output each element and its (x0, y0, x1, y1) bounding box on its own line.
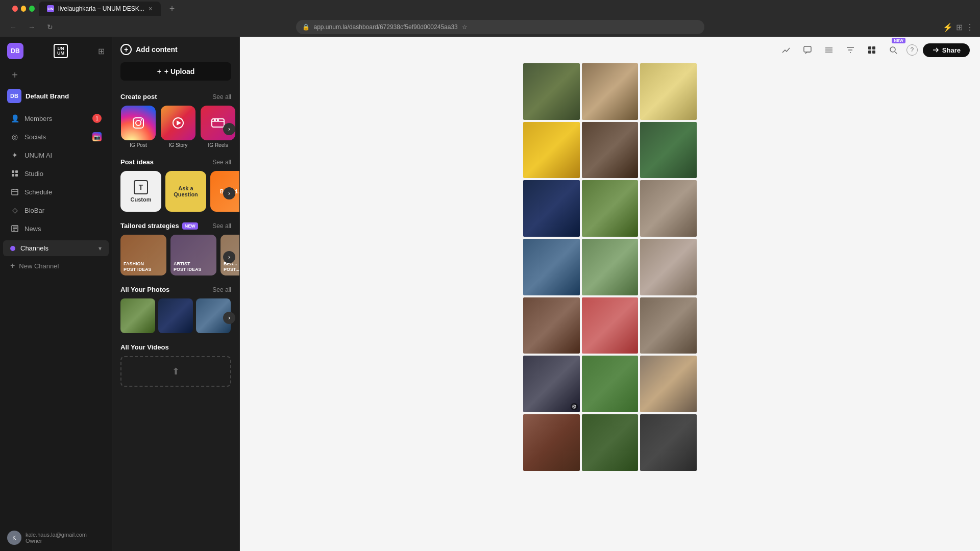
grid-item[interactable] (523, 239, 580, 295)
photo-thumb-2[interactable] (158, 298, 193, 333)
artist-strategy-card[interactable]: ARTIST POST IDEAS (170, 235, 216, 276)
photos-next-btn[interactable]: › (223, 312, 235, 324)
grid-item[interactable] (523, 297, 580, 354)
videos-upload-area[interactable]: ⬆ (120, 356, 231, 387)
grid-item[interactable] (640, 356, 697, 412)
post-ideas-next-btn[interactable]: › (223, 187, 235, 199)
close-window-btn[interactable] (12, 6, 18, 12)
grid-item[interactable] (582, 297, 639, 354)
filter-btn[interactable] (842, 42, 859, 58)
create-post-see-all[interactable]: See all (212, 93, 231, 101)
add-workspace-btn[interactable]: + (7, 67, 22, 83)
grid-item[interactable] (582, 122, 639, 179)
photo-thumb-1[interactable] (120, 298, 155, 333)
grid-item[interactable] (582, 239, 639, 295)
comments-btn[interactable] (799, 42, 816, 58)
tab-close-btn[interactable]: × (149, 5, 153, 13)
post-ideas-see-all[interactable]: See all (212, 159, 231, 166)
new-channel-item[interactable]: + New Channel (3, 257, 109, 274)
instagram-overlay-icon (571, 403, 578, 410)
studio-icon (10, 169, 19, 178)
ig-post-card[interactable]: IG Post (120, 106, 156, 148)
sidebar-item-socials[interactable]: ◎ Socials 📷 (3, 128, 109, 145)
layout-toggle-btn[interactable]: ⊞ (98, 46, 105, 56)
address-bar[interactable]: 🔒 app.unum.la/dashboard/672938cf5ef90d00… (296, 20, 704, 34)
grid-item[interactable] (640, 239, 697, 295)
new-tab-btn[interactable]: + (165, 2, 179, 16)
active-tab[interactable]: UN livelaughkarla – UNUM DESK... × (39, 2, 161, 16)
create-post-next-btn[interactable]: › (223, 123, 235, 135)
members-badge: 1 (92, 114, 102, 123)
custom-idea-icon: T (134, 180, 148, 194)
grid-item[interactable] (582, 356, 639, 412)
strategies-list: FASHION POST IDEAS ARTIST POST IDEAS BEA… (112, 233, 239, 282)
channels-item[interactable]: Channels ▾ (3, 240, 109, 256)
svg-point-13 (217, 119, 219, 121)
minimize-window-btn[interactable] (21, 6, 27, 12)
grid-item[interactable] (640, 414, 697, 471)
grid-item[interactable] (582, 414, 639, 471)
svg-point-8 (141, 119, 142, 121)
post-ideas-list: T Custom Ask a Question Behind... (112, 169, 239, 218)
grid-item[interactable] (640, 297, 697, 354)
svg-rect-18 (872, 46, 875, 49)
grid-item[interactable] (640, 122, 697, 179)
svg-rect-17 (868, 46, 871, 49)
profile-btn[interactable]: ⊞ (956, 22, 963, 32)
workspace-avatar[interactable]: DB (7, 43, 23, 59)
sidebar-item-members[interactable]: 👤 Members 1 (3, 110, 109, 127)
analytics-btn[interactable] (778, 42, 794, 58)
unum-ai-icon: ✦ (10, 151, 19, 160)
grid-item[interactable] (582, 63, 639, 120)
grid-view-btn[interactable] (864, 42, 880, 58)
sidebar-item-biobar[interactable]: ◇ BioBar (3, 202, 109, 219)
socials-icon: ◎ (10, 132, 19, 141)
svg-rect-2 (12, 174, 14, 177)
grid-item[interactable] (582, 180, 639, 237)
extensions-btn[interactable]: ⚡ (943, 22, 953, 32)
strategies-next-btn[interactable]: › (223, 251, 235, 263)
grid-item[interactable] (523, 414, 580, 471)
add-content-btn[interactable]: + Add content (112, 37, 239, 62)
add-content-plus-icon: + (120, 44, 132, 55)
menu-btn[interactable]: ⋮ (966, 22, 974, 32)
zoom-btn[interactable]: NEW (885, 42, 901, 58)
grid-item[interactable] (640, 180, 697, 237)
upload-btn[interactable]: + + Upload (120, 62, 231, 81)
share-btn[interactable]: Share (923, 43, 970, 57)
refresh-btn[interactable]: ↻ (43, 20, 57, 34)
back-btn[interactable]: ← (6, 20, 20, 34)
sidebar-item-schedule[interactable]: Schedule (3, 183, 109, 201)
user-avatar[interactable]: K (7, 531, 21, 545)
sidebar-item-studio[interactable]: Studio (3, 165, 109, 182)
strategies-see-all[interactable]: See all (212, 222, 231, 230)
ask-question-card[interactable]: Ask a Question (165, 171, 206, 212)
fashion-strategy-card[interactable]: FASHION POST IDEAS (120, 235, 166, 276)
app: DB UNUM ⊞ + DB Default Brand 👤 Members 1… (0, 37, 980, 551)
maximize-window-btn[interactable] (29, 6, 35, 12)
forward-btn[interactable]: → (24, 20, 39, 34)
biobar-icon: ◇ (10, 206, 19, 215)
create-post-header: Create post See all (112, 89, 239, 104)
list-view-btn[interactable] (821, 42, 837, 58)
ig-story-label: IG Story (169, 142, 188, 148)
help-btn[interactable]: ? (906, 44, 918, 56)
videos-header: All Your Videos (112, 339, 239, 354)
ig-story-card[interactable]: IG Story (160, 106, 196, 148)
browser-chrome: UN livelaughkarla – UNUM DESK... × + ← →… (0, 0, 980, 37)
user-role: Owner (26, 538, 87, 544)
sidebar-item-unum-ai[interactable]: ✦ UNUM AI (3, 146, 109, 164)
photos-see-all[interactable]: See all (212, 286, 231, 293)
grid-item[interactable] (523, 122, 580, 179)
brand-item[interactable]: DB Default Brand (0, 85, 112, 107)
bookmark-btn[interactable]: ☆ (462, 23, 468, 31)
grid-item[interactable] (640, 63, 697, 120)
grid-item[interactable] (523, 356, 580, 412)
zoom-new-badge: NEW (892, 38, 905, 43)
grid-item[interactable] (523, 180, 580, 237)
browser-right-controls: ⚡ ⊞ ⋮ (943, 22, 974, 32)
sidebar-item-news[interactable]: News (3, 220, 109, 237)
custom-idea-card[interactable]: T Custom (120, 171, 161, 212)
grid-item[interactable] (523, 63, 580, 120)
user-info: kale.haus.la@gmail.com Owner (26, 532, 87, 544)
